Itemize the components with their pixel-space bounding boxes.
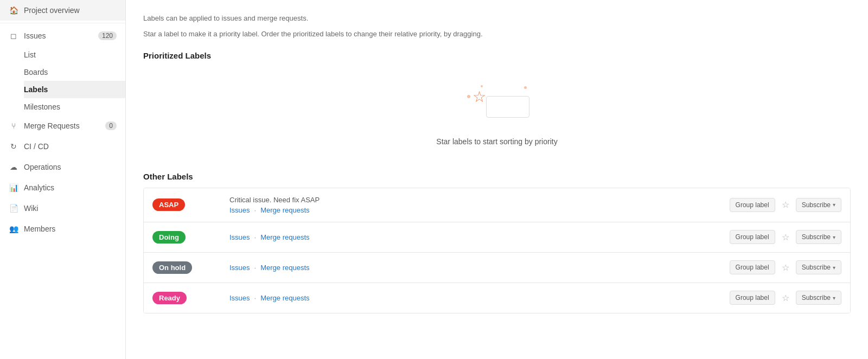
- sidebar-analytics-label: Analytics: [24, 183, 117, 192]
- chevron-down-icon-doing: ▾: [833, 234, 835, 240]
- group-label-button-ready[interactable]: Group label: [730, 291, 775, 305]
- other-labels-title: Other Labels: [143, 172, 851, 181]
- sidebar-item-wiki[interactable]: 📄 Wiki: [0, 198, 125, 219]
- merge-requests-link-asap[interactable]: Merge requests: [260, 206, 309, 214]
- label-description-asap: Critical issue. Need fix ASAP: [229, 196, 723, 204]
- sidebar-operations-label: Operations: [24, 163, 117, 171]
- group-label-button-doing[interactable]: Group label: [730, 230, 775, 244]
- subscribe-button-doing[interactable]: Subscribe ▾: [796, 230, 841, 244]
- prioritized-labels-title: Prioritized Labels: [143, 51, 851, 60]
- issues-icon: ◻: [9, 31, 18, 41]
- sidebar-item-list[interactable]: List: [24, 46, 125, 63]
- info-text-line2: Star a label to make it a priority label…: [143, 29, 851, 40]
- sidebar-item-project-overview[interactable]: 🏠 Project overview: [0, 0, 125, 21]
- label-info-ready: Issues · Merge requests: [229, 294, 723, 302]
- sidebar-item-milestones[interactable]: Milestones: [24, 98, 125, 116]
- label-actions-asap: Group label ☆ Subscribe ▾: [730, 197, 841, 212]
- issues-badge: 120: [98, 31, 117, 40]
- subscribe-label-asap: Subscribe: [802, 201, 831, 209]
- decoration-dot3: [481, 85, 483, 87]
- sidebar-members-label: Members: [24, 225, 117, 233]
- subscribe-label-onhold: Subscribe: [802, 264, 831, 271]
- merge-requests-link-onhold[interactable]: Merge requests: [260, 264, 309, 272]
- issues-link-ready[interactable]: Issues: [229, 294, 250, 302]
- subscribe-button-asap[interactable]: Subscribe ▾: [796, 198, 841, 212]
- table-row: Ready Issues · Merge requests Group labe…: [144, 283, 850, 313]
- dot-ready: ·: [254, 294, 257, 302]
- info-text-line1: Labels can be applied to issues and merg…: [143, 13, 851, 24]
- analytics-icon: 📊: [9, 183, 18, 193]
- sidebar-item-operations[interactable]: ☁ Operations: [0, 157, 125, 177]
- empty-state: ☆ Star labels to start sorting by priori…: [143, 69, 851, 168]
- main-content: Labels can be applied to issues and merg…: [126, 0, 868, 359]
- sidebar-project-overview-label: Project overview: [24, 6, 117, 15]
- sidebar-merge-requests-label: Merge Requests: [24, 121, 100, 130]
- issues-link-onhold[interactable]: Issues: [229, 264, 250, 272]
- star-empty-icon: ☆: [473, 88, 486, 106]
- issues-link-asap[interactable]: Issues: [229, 206, 250, 214]
- sidebar-item-cicd[interactable]: ↻ CI / CD: [0, 136, 125, 157]
- label-info-doing: Issues · Merge requests: [229, 233, 723, 241]
- merge-requests-badge: 0: [105, 121, 117, 130]
- home-icon: 🏠: [9, 5, 18, 15]
- subscribe-button-ready[interactable]: Subscribe ▾: [796, 291, 841, 305]
- merge-requests-icon: ⑂: [9, 121, 18, 131]
- merge-requests-link-doing[interactable]: Merge requests: [260, 233, 309, 241]
- sidebar-issues-label: Issues: [24, 31, 93, 40]
- dot-doing: ·: [254, 233, 257, 241]
- label-badge-col-doing: Doing: [152, 231, 223, 243]
- label-links-onhold: Issues · Merge requests: [229, 264, 723, 272]
- sidebar-item-labels[interactable]: Labels: [24, 81, 125, 98]
- label-badge-col-onhold: On hold: [152, 261, 223, 274]
- star-illustration: ☆: [464, 85, 529, 129]
- group-label-button-asap[interactable]: Group label: [730, 198, 775, 212]
- label-info-asap: Critical issue. Need fix ASAP Issues · M…: [229, 196, 723, 214]
- table-row: On hold Issues · Merge requests Group la…: [144, 253, 850, 283]
- label-badge-onhold: On hold: [152, 261, 192, 274]
- label-badge-col-asap: ASAP: [152, 198, 223, 211]
- label-badge-col-ready: Ready: [152, 292, 223, 304]
- sidebar-issues-sub: List Boards Labels Milestones: [0, 46, 125, 116]
- group-label-button-onhold[interactable]: Group label: [730, 260, 775, 274]
- members-icon: 👥: [9, 224, 18, 234]
- subscribe-label-ready: Subscribe: [802, 294, 831, 302]
- star-button-doing[interactable]: ☆: [780, 230, 792, 245]
- decoration-dot1: [467, 95, 470, 98]
- table-row: ASAP Critical issue. Need fix ASAP Issue…: [144, 188, 850, 222]
- sidebar-item-boards[interactable]: Boards: [24, 63, 125, 81]
- star-button-asap[interactable]: ☆: [780, 197, 792, 212]
- sidebar: 🏠 Project overview ◻ Issues 120 List Boa…: [0, 0, 126, 359]
- decoration-dot2: [524, 86, 527, 89]
- label-info-onhold: Issues · Merge requests: [229, 264, 723, 272]
- operations-icon: ☁: [9, 162, 18, 172]
- sidebar-item-merge-requests[interactable]: ⑂ Merge Requests 0: [0, 116, 125, 136]
- wiki-icon: 📄: [9, 203, 18, 213]
- star-card: [486, 96, 529, 118]
- sidebar-item-issues[interactable]: ◻ Issues 120: [0, 25, 125, 46]
- label-links-doing: Issues · Merge requests: [229, 233, 723, 241]
- issues-link-doing[interactable]: Issues: [229, 233, 250, 241]
- subscribe-label-doing: Subscribe: [802, 233, 831, 241]
- sidebar-item-members[interactable]: 👥 Members: [0, 219, 125, 239]
- sidebar-list-label: List: [24, 50, 117, 59]
- label-actions-ready: Group label ☆ Subscribe ▾: [730, 291, 841, 305]
- sidebar-labels-label: Labels: [24, 85, 117, 94]
- chevron-down-icon-ready: ▾: [833, 295, 835, 301]
- star-button-onhold[interactable]: ☆: [780, 260, 792, 275]
- sidebar-milestones-label: Milestones: [24, 102, 117, 111]
- sidebar-boards-label: Boards: [24, 68, 117, 76]
- label-actions-doing: Group label ☆ Subscribe ▾: [730, 230, 841, 245]
- sidebar-cicd-label: CI / CD: [24, 142, 117, 151]
- label-badge-doing: Doing: [152, 231, 186, 243]
- subscribe-button-onhold[interactable]: Subscribe ▾: [796, 260, 841, 274]
- star-button-ready[interactable]: ☆: [780, 291, 792, 305]
- labels-table: ASAP Critical issue. Need fix ASAP Issue…: [143, 188, 851, 313]
- sidebar-wiki-label: Wiki: [24, 204, 117, 213]
- empty-state-text: Star labels to start sorting by priority: [436, 137, 557, 146]
- sidebar-item-analytics[interactable]: 📊 Analytics: [0, 177, 125, 198]
- label-badge-ready: Ready: [152, 292, 187, 304]
- table-row: Doing Issues · Merge requests Group labe…: [144, 222, 850, 253]
- dot-asap: ·: [254, 206, 257, 214]
- merge-requests-link-ready[interactable]: Merge requests: [260, 294, 309, 302]
- cicd-icon: ↻: [9, 142, 18, 151]
